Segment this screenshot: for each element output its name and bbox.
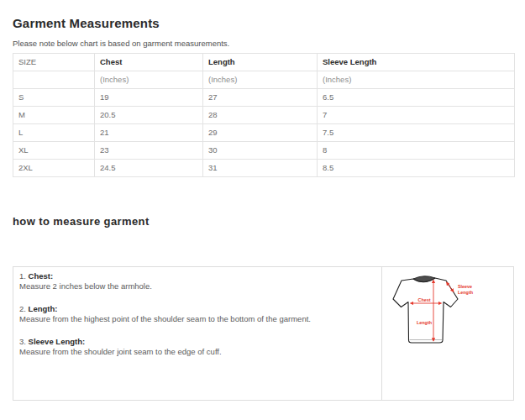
measure-steps: 1. Chest: Measure 2 inches below the arm… [13,267,381,400]
sleeve-cell: 7.5 [318,124,515,142]
units-cell: (Inches) [95,71,203,89]
size-cell: M [13,107,95,124]
column-header-size: SIZE [13,54,95,71]
step-term: Chest: [29,271,54,281]
chest-cell: 24.5 [95,160,203,177]
size-cell: S [13,89,95,107]
step-term: Sleeve Length: [29,337,86,346]
chest-arrow-label: Chest [418,297,431,302]
units-cell: (Inches) [318,71,515,89]
step-sleeve-length: 3. Sleeve Length: Measure from the shoul… [19,337,373,357]
note-text: Please note below chart is based on garm… [13,39,513,48]
step-length: 2. Length: Measure from the highest poin… [19,304,373,324]
tshirt-outline [393,278,458,343]
how-to-measure-heading: how to measure garment [13,215,513,228]
length-cell: 30 [203,142,318,160]
size-table: SIZE Chest Length Sleeve Length (Inches)… [13,53,515,177]
length-cell: 31 [203,160,318,177]
table-row-m: M 20.5 28 7 [13,107,515,124]
size-cell: L [13,124,95,142]
tshirt-measurement-diagram: Chest Length Sleeve Length [387,271,513,372]
step-number: 2. [19,304,26,313]
tshirt-diagram-cell: Chest Length Sleeve Length [381,267,513,400]
units-cell: (Inches) [203,71,318,89]
units-cell [13,71,95,89]
page: Garment Measurements Please note below c… [0,0,525,401]
step-label: 1. Chest: [19,271,373,281]
length-cell: 27 [203,89,318,107]
length-cell: 29 [203,124,318,142]
size-cell: 2XL [13,160,95,177]
column-header-length: Length [203,54,318,71]
sleeve-cell: 8 [318,142,515,160]
table-row-xl: XL 23 30 8 [13,142,515,160]
units-row: (Inches) (Inches) (Inches) [13,71,515,89]
sleeve-length-label-line2: Length [458,290,473,295]
chest-cell: 19 [95,89,203,107]
step-text: Measure from the shoulder joint seam to … [19,347,373,357]
step-label: 2. Length: [19,304,373,314]
sleeve-cell: 8.5 [318,160,515,177]
table-row-2xl: 2XL 24.5 31 8.5 [13,160,515,177]
step-text: Measure 2 inches below the armhole. [19,281,373,291]
step-text: Measure from the highest point of the sh… [19,314,373,324]
step-label: 3. Sleeve Length: [19,337,373,347]
column-header-sleeve-length: Sleeve Length [318,54,515,71]
sleeve-cell: 7 [318,107,515,124]
length-arrow-label: Length [417,320,432,325]
chest-cell: 23 [95,142,203,160]
page-title: Garment Measurements [13,16,513,30]
step-chest: 1. Chest: Measure 2 inches below the arm… [19,271,373,291]
column-header-chest: Chest [95,54,203,71]
size-cell: XL [13,142,95,160]
step-number: 3. [19,337,26,346]
step-number: 1. [19,271,26,281]
size-table-header-row: SIZE Chest Length Sleeve Length [13,54,515,71]
measure-instructions-box: 1. Chest: Measure 2 inches below the arm… [13,266,514,401]
length-cell: 28 [203,107,318,124]
chest-cell: 20.5 [95,107,203,124]
table-row-l: L 21 29 7.5 [13,124,515,142]
sleeve-length-label-line1: Sleeve [458,284,472,289]
sleeve-cell: 6.5 [318,89,515,107]
table-row-s: S 19 27 6.5 [13,89,515,107]
chest-cell: 21 [95,124,203,142]
step-term: Length: [29,304,58,313]
